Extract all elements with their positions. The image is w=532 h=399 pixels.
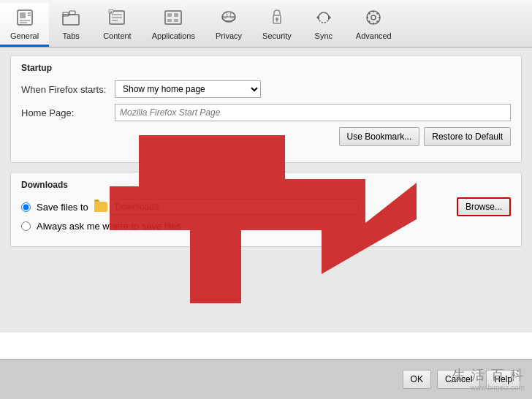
startup-row: When Firefox starts: Show my home page xyxy=(21,80,511,98)
svg-point-21 xyxy=(223,12,227,18)
content-icon: A xyxy=(105,6,129,29)
svg-point-25 xyxy=(276,18,278,20)
svg-line-36 xyxy=(377,21,378,22)
tab-content[interactable]: A Content xyxy=(93,3,142,47)
tab-advanced-label: Advanced xyxy=(356,31,392,40)
svg-rect-15 xyxy=(165,11,181,24)
tabs-icon xyxy=(59,6,83,29)
save-files-radio[interactable] xyxy=(21,202,31,212)
svg-point-30 xyxy=(371,15,376,20)
svg-marker-27 xyxy=(328,15,331,20)
svg-rect-18 xyxy=(167,19,172,22)
watermark-url: www.bimeiz.com xyxy=(452,384,525,392)
save-files-label: Save files to xyxy=(37,202,88,213)
svg-line-38 xyxy=(369,21,370,22)
homepage-row: Home Page: xyxy=(21,104,511,121)
downloads-section: Downloads Save files to Downloads Browse… xyxy=(10,172,522,247)
tab-security[interactable]: Security xyxy=(252,3,302,47)
advanced-icon xyxy=(362,6,385,29)
tab-applications[interactable]: Applications xyxy=(142,3,205,47)
tab-advanced[interactable]: Advanced xyxy=(346,3,402,47)
downloads-folder-display: Downloads xyxy=(110,199,359,215)
applications-icon xyxy=(162,6,185,29)
tab-security-label: Security xyxy=(262,31,292,40)
restore-default-button[interactable]: Restore to Default xyxy=(424,127,511,146)
bookmark-restore-row: Use Bookmark... Restore to Default xyxy=(21,127,511,146)
startup-section: Startup When Firefox starts: Show my hom… xyxy=(10,55,522,163)
downloads-section-title: Downloads xyxy=(21,180,511,190)
save-files-row: Save files to Downloads Browse... xyxy=(21,197,511,216)
tab-privacy-label: Privacy xyxy=(216,31,242,40)
always-ask-radio[interactable] xyxy=(21,221,31,231)
ok-button[interactable]: OK xyxy=(403,370,431,389)
startup-section-title: Startup xyxy=(21,63,511,73)
tab-privacy[interactable]: Privacy xyxy=(205,3,252,47)
svg-line-35 xyxy=(369,13,370,14)
toolbar: General Tabs A Content xyxy=(0,0,532,48)
tab-tabs[interactable]: Tabs xyxy=(49,3,93,47)
svg-rect-19 xyxy=(174,19,178,22)
svg-line-37 xyxy=(377,13,378,14)
tab-tabs-label: Tabs xyxy=(63,31,80,40)
privacy-icon xyxy=(217,6,240,29)
tab-general-label: General xyxy=(10,31,39,40)
always-ask-row: Always ask me where to save files xyxy=(21,221,511,232)
tab-sync-label: Sync xyxy=(315,31,332,40)
sync-icon xyxy=(312,6,335,29)
always-ask-label: Always ask me where to save files xyxy=(37,221,181,232)
svg-rect-16 xyxy=(167,13,172,17)
downloads-path: Downloads xyxy=(94,199,451,215)
browse-button[interactable]: Browse... xyxy=(457,197,511,216)
use-bookmark-button[interactable]: Use Bookmark... xyxy=(339,127,420,146)
svg-rect-1 xyxy=(20,12,26,18)
svg-text:A: A xyxy=(110,10,113,14)
tab-general[interactable]: General xyxy=(0,3,49,47)
folder-icon xyxy=(94,202,107,212)
watermark-chinese: 生 活 百 科 xyxy=(452,366,525,384)
downloads-folder-name: Downloads xyxy=(115,202,159,212)
svg-marker-28 xyxy=(316,15,319,20)
watermark: 生 活 百 科 www.bimeiz.com xyxy=(452,366,525,392)
security-icon xyxy=(265,6,289,29)
when-firefox-starts-label: When Firefox starts: xyxy=(21,84,109,95)
svg-point-29 xyxy=(367,11,380,24)
svg-rect-17 xyxy=(174,13,178,17)
startup-select[interactable]: Show my home page xyxy=(115,80,261,98)
tab-content-label: Content xyxy=(103,31,132,40)
home-page-label: Home Page: xyxy=(21,107,109,118)
general-icon xyxy=(13,6,37,29)
home-page-input[interactable] xyxy=(115,104,511,121)
svg-point-22 xyxy=(230,12,235,18)
tab-sync[interactable]: Sync xyxy=(302,3,346,47)
tab-applications-label: Applications xyxy=(152,31,195,40)
